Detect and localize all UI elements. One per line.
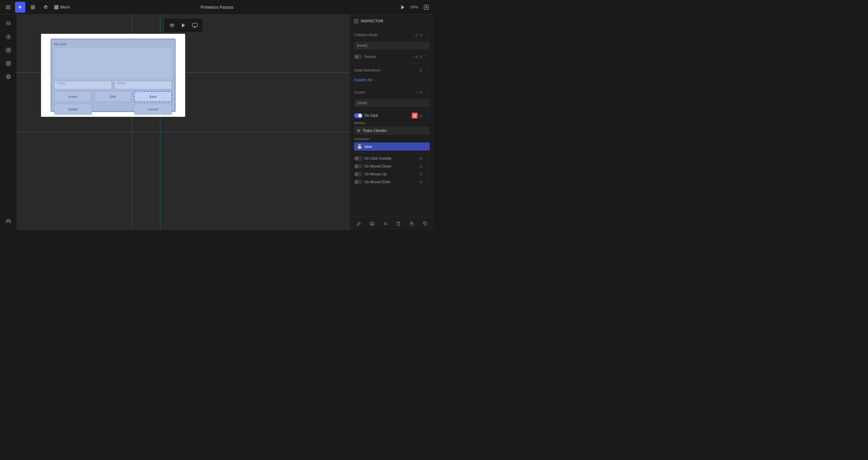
on-click-outside-text: On Click Outside xyxy=(364,156,392,161)
svg-point-9 xyxy=(7,36,9,38)
children-mode-controls: + 1 f() ⋮ xyxy=(413,32,430,38)
repeat-toggle[interactable] xyxy=(354,54,363,59)
cancel-button[interactable]: Cancel xyxy=(134,104,172,115)
svg-rect-1 xyxy=(6,7,10,7)
repeat-f0: f() xyxy=(420,55,423,59)
inspector-icon xyxy=(354,19,358,23)
topbar-center: Primeiros Passos xyxy=(70,5,364,10)
on-mouse-enter-label: On Mouse Enter xyxy=(354,180,391,184)
sidebar-icon-global[interactable] xyxy=(3,71,14,82)
save-button[interactable]: Save xyxy=(134,91,172,102)
on-mouse-down-toggle[interactable] xyxy=(354,164,363,169)
on-click-text: On Click xyxy=(364,114,378,118)
repeat-controls: + 6 f() ⋮ xyxy=(413,54,430,59)
svg-rect-27 xyxy=(424,223,427,225)
topbar: Block Primeiros Passos 69% xyxy=(0,0,434,15)
select-tool-button[interactable] xyxy=(15,2,25,13)
footer-pencil-button[interactable] xyxy=(354,219,364,229)
svg-point-26 xyxy=(411,224,412,225)
svg-point-16 xyxy=(7,219,9,221)
play-tool-button[interactable] xyxy=(178,20,188,30)
email-input[interactable]: email xyxy=(114,81,172,89)
no-data-label: No Data xyxy=(54,42,172,46)
footer-lock-button[interactable] xyxy=(407,219,416,229)
svg-rect-12 xyxy=(6,50,8,52)
inspector-footer xyxy=(350,217,434,230)
on-click-f0: f() xyxy=(420,114,423,117)
on-mouse-down-more[interactable]: ⋮ xyxy=(424,164,430,169)
state-definitions-label: State Definitions xyxy=(354,68,380,73)
eye-tool-button[interactable] xyxy=(167,20,177,30)
state-definitions-controls: f() ⋮ xyxy=(420,67,430,73)
svg-rect-13 xyxy=(9,50,10,52)
on-mouse-enter-toggle[interactable] xyxy=(354,180,363,184)
module-label: Module xyxy=(354,121,430,125)
svg-point-22 xyxy=(413,114,416,115)
on-mouse-enter-more[interactable]: ⋮ xyxy=(424,179,430,185)
svg-point-19 xyxy=(171,25,173,26)
inserir-button[interactable]: Inserir xyxy=(54,91,92,102)
block-label: Block xyxy=(60,5,70,9)
share-button[interactable] xyxy=(422,3,430,11)
cursor-f0: f() xyxy=(420,91,423,94)
on-mouse-up-text: On Mouse Up xyxy=(364,172,386,176)
action-row-2: Delete Cancel xyxy=(54,104,172,115)
on-mouse-up-toggle[interactable] xyxy=(354,172,363,177)
children-mode-more[interactable]: ⋮ xyxy=(424,32,430,38)
sidebar-icon-components[interactable] xyxy=(3,31,14,42)
block-container: No Data nome email Inserir xyxy=(51,39,176,112)
on-click-outside-toggle[interactable] xyxy=(354,156,363,161)
delete-button[interactable]: Delete xyxy=(54,104,92,115)
on-mouse-enter-text: On Mouse Enter xyxy=(364,180,391,184)
svg-rect-11 xyxy=(9,48,10,50)
on-click-row: On Click f() ⋮ xyxy=(354,113,430,119)
children-mode-value[interactable]: [none] xyxy=(354,42,430,50)
inspector-body: Children Mode + 1 f() ⋮ [none] Repeat + … xyxy=(350,28,434,217)
on-mouse-down-label: On Mouse Down xyxy=(354,164,391,169)
cursor-more[interactable]: ⋮ xyxy=(424,90,430,95)
sidebar-icon-grid[interactable] xyxy=(3,58,14,69)
on-click-outside-row: On Click Outside f() ⋮ xyxy=(354,156,430,161)
footer-image-button[interactable] xyxy=(367,219,377,229)
repeat-more[interactable]: ⋮ xyxy=(424,54,430,59)
on-mouse-down-text: On Mouse Down xyxy=(364,164,391,168)
footer-trash-button[interactable] xyxy=(394,219,403,229)
topbar-right: 69% xyxy=(364,3,430,11)
play-button-top[interactable] xyxy=(398,3,407,11)
frame-tool-button[interactable] xyxy=(28,2,38,13)
block-icon xyxy=(54,5,59,9)
on-click-more[interactable]: ⋮ xyxy=(424,113,430,118)
edit-button[interactable]: Edit xyxy=(94,91,131,102)
monitor-tool-button[interactable] xyxy=(190,20,200,30)
data-display-area xyxy=(54,48,172,79)
cursor-value[interactable]: [none] xyxy=(354,99,430,107)
svg-rect-20 xyxy=(192,23,197,27)
expects-list-link[interactable]: Expects list → xyxy=(354,78,377,82)
footer-copy-button[interactable] xyxy=(420,219,430,229)
module-row[interactable]: ⊞ Todos Clientes xyxy=(354,126,430,135)
on-mouse-up-more[interactable]: ⋮ xyxy=(424,171,430,177)
state-def-more[interactable]: ⋮ xyxy=(424,67,430,73)
cursor-controls: ? f() ⋮ xyxy=(415,90,430,95)
svg-rect-10 xyxy=(6,48,8,50)
zoom-label[interactable]: 69% xyxy=(410,5,418,9)
sidebar-icon-users[interactable] xyxy=(3,215,14,226)
save-interaction-row[interactable]: 💾 save xyxy=(354,142,430,151)
on-mouse-up-label: On Mouse Up xyxy=(354,172,386,177)
hand-tool-button[interactable] xyxy=(40,2,51,13)
action-row-1: Inserir Edit Save xyxy=(54,91,172,102)
left-sidebar xyxy=(0,15,17,230)
sidebar-icon-assets[interactable] xyxy=(3,45,14,56)
repeat-row: Repeat + 6 f() ⋮ xyxy=(354,53,430,61)
sidebar-icon-layers[interactable] xyxy=(3,18,14,29)
on-click-outside-more[interactable]: ⋮ xyxy=(424,156,430,161)
on-click-toggle[interactable] xyxy=(354,113,363,118)
inspector-panel: INSPECTOR Children Mode + 1 f() ⋮ [none]… xyxy=(349,15,434,230)
divider-3 xyxy=(354,110,430,110)
footer-close-button[interactable] xyxy=(381,219,390,229)
state-definitions-row: State Definitions f() ⋮ xyxy=(354,66,430,75)
on-click-controls: f() ⋮ xyxy=(412,113,430,119)
repeat-badge: + 6 xyxy=(413,55,417,59)
menu-button[interactable] xyxy=(4,2,13,12)
nome-input[interactable]: nome xyxy=(54,81,112,89)
